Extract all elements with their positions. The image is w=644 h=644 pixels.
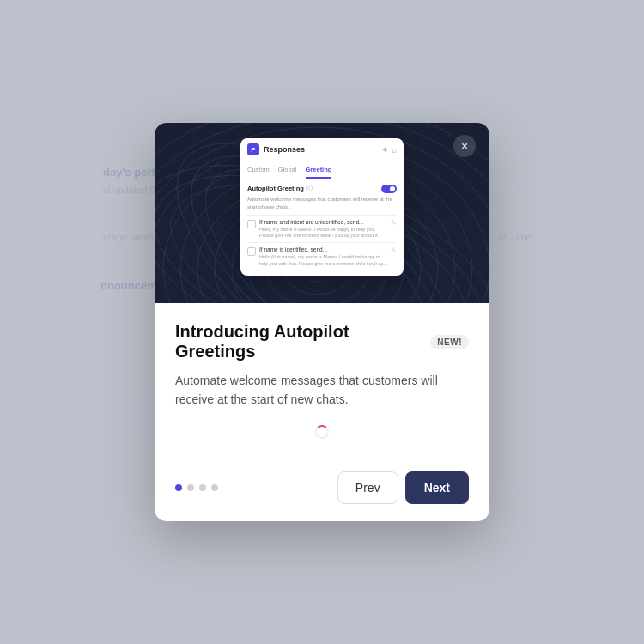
- pagination-dots: [175, 484, 218, 491]
- inner-app-card: P Responses + ⌕ Custom Global Greeting A: [240, 138, 404, 275]
- prev-button[interactable]: Prev: [337, 471, 398, 504]
- list-item-title-1: If name and intent are unidentified, sen…: [259, 219, 387, 225]
- inner-header-icons: + ⌕: [382, 145, 397, 155]
- inner-title-row: P Responses: [247, 143, 305, 155]
- loading-indicator: [315, 425, 329, 439]
- tab-custom[interactable]: Custom: [247, 166, 270, 179]
- list-item-text-1: Hello, my name is Mateo. I would be happ…: [259, 227, 387, 239]
- footer-buttons: Prev Next: [337, 471, 469, 504]
- dot-2: [187, 484, 194, 491]
- section-title-row: Autopilot Greeting ⓘ: [247, 185, 397, 193]
- inner-app-icon: P: [247, 143, 259, 155]
- list-item-content-1: If name and intent are unidentified, sen…: [259, 219, 387, 239]
- tab-global[interactable]: Global: [278, 166, 297, 179]
- edit-icon-2[interactable]: ✎: [391, 246, 397, 254]
- modal-description: Automate welcome messages that customers…: [175, 372, 469, 409]
- inner-tabs: Custom Global Greeting: [240, 161, 404, 179]
- modal-footer: Prev Next: [155, 471, 489, 521]
- modal-content: Introducing Autopilot Greetings NEW! Aut…: [155, 303, 489, 471]
- plus-icon: +: [382, 145, 387, 155]
- search-icon: ⌕: [392, 145, 397, 155]
- section-title: Autopilot Greeting ⓘ: [247, 185, 313, 193]
- inner-card-body: Autopilot Greeting ⓘ Automate welcome me…: [240, 179, 404, 275]
- dot-3: [199, 484, 206, 491]
- next-button[interactable]: Next: [405, 471, 469, 504]
- section-desc: Automate welcome messages that customers…: [247, 196, 397, 210]
- list-item-icon-1: [247, 220, 256, 228]
- dot-1: [175, 484, 182, 491]
- modal-title: Introducing Autopilot Greetings: [175, 322, 422, 361]
- new-badge: NEW!: [430, 335, 469, 349]
- modal-preview: × P Responses + ⌕ Custom Global Gre: [155, 123, 489, 303]
- tab-greeting[interactable]: Greeting: [306, 166, 332, 179]
- list-item-text-2: Hello {first name}, my name is Mateo. I …: [259, 254, 387, 266]
- list-item-content-2: If name is identified, send... Hello {fi…: [259, 246, 387, 266]
- autopilot-toggle[interactable]: [381, 185, 397, 193]
- list-item-icon-2: [247, 247, 256, 256]
- list-item-1: If name and intent are unidentified, sen…: [247, 215, 397, 242]
- modal-title-row: Introducing Autopilot Greetings NEW!: [175, 322, 469, 361]
- inner-card-header: P Responses + ⌕: [240, 138, 404, 161]
- modal-overlay: × P Responses + ⌕ Custom Global Gre: [0, 0, 644, 644]
- list-item-2: If name is identified, send... Hello {fi…: [247, 242, 397, 270]
- dot-4: [211, 484, 218, 491]
- inner-app-title: Responses: [264, 145, 305, 154]
- modal: × P Responses + ⌕ Custom Global Gre: [155, 123, 489, 520]
- edit-icon-1[interactable]: ✎: [391, 219, 397, 227]
- list-item-title-2: If name is identified, send...: [259, 246, 387, 252]
